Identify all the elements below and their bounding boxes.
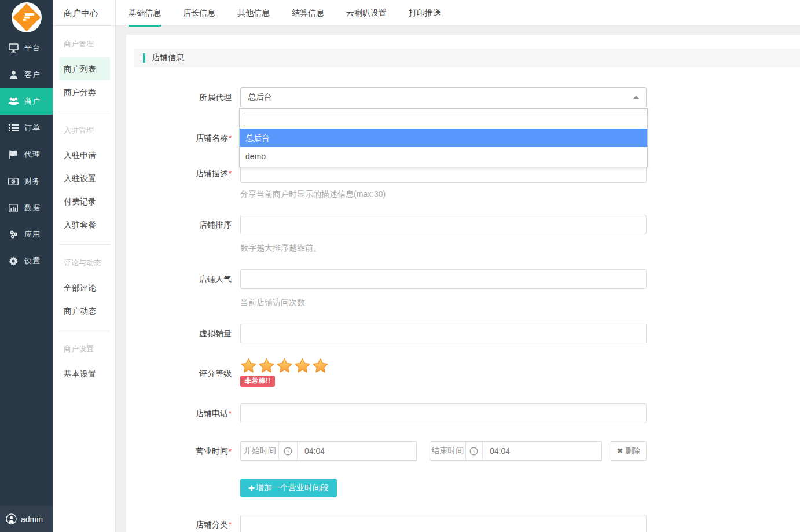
field-label-virtual-sales: 虚拟销量 xyxy=(126,324,232,343)
tab-other-info[interactable]: 其他信息 xyxy=(237,0,270,26)
user-name: admin xyxy=(21,515,43,524)
submenu-item-merchant-activity[interactable]: 商户动态 xyxy=(59,299,110,322)
virtual-sales-input[interactable] xyxy=(240,324,647,343)
submenu-item-payment-records[interactable]: 付费记录 xyxy=(59,190,110,213)
field-label-shop-phone: 店铺电话* xyxy=(126,403,232,423)
tab-manager-info[interactable]: 店长信息 xyxy=(183,0,215,26)
sidebar-item-platform[interactable]: 平台 xyxy=(0,35,53,61)
sidebar-item-finance[interactable]: 财务 xyxy=(0,168,53,195)
sidebar-item-settings[interactable]: 设置 xyxy=(0,248,53,274)
sidebar-item-merchants[interactable]: 商户 xyxy=(0,88,53,115)
sidebar-item-data[interactable]: 数据 xyxy=(0,195,53,221)
users-icon xyxy=(8,96,19,107)
tab-basic-info[interactable]: 基础信息 xyxy=(129,0,161,26)
shop-desc-hint: 分享当前商户时显示的描述信息(max:30) xyxy=(240,188,386,200)
tab-settlement-info[interactable]: 结算信息 xyxy=(292,0,324,26)
app-logo[interactable] xyxy=(0,0,53,35)
submenu-item-merchant-category[interactable]: 商户分类 xyxy=(59,80,110,104)
logo-circle-icon xyxy=(12,2,42,32)
agent-dropdown: 总后台 demo xyxy=(239,108,648,167)
submenu-title: 商户中心 xyxy=(53,0,115,26)
sidebar-item-label: 应用 xyxy=(24,229,41,240)
divider xyxy=(59,331,110,331)
chevron-up-icon xyxy=(633,96,639,99)
avatar-icon xyxy=(6,513,17,524)
divider xyxy=(59,244,110,245)
sidebar-item-agents[interactable]: 代理 xyxy=(0,141,53,168)
primary-nav: 平台 客户 商户 订单 代理 财务 xyxy=(0,35,53,274)
submenu-item-all-comments[interactable]: 全部评论 xyxy=(59,276,110,299)
end-time-group: 结束时间 xyxy=(430,441,602,461)
submenu-group-label: 商户管理 xyxy=(53,39,115,49)
star-icon xyxy=(276,358,293,375)
merchant-center-page: 平台 客户 商户 订单 代理 财务 xyxy=(0,0,800,532)
end-time-label: 结束时间 xyxy=(430,442,466,460)
dropdown-option-main[interactable]: 总后台 xyxy=(240,129,647,147)
sidebar-item-label: 平台 xyxy=(24,43,41,53)
field-label-shop-name: 店铺名称* xyxy=(126,128,232,148)
shop-sort-hint: 数字越大排序越靠前。 xyxy=(240,242,321,254)
submenu-item-entry-settings[interactable]: 入驻设置 xyxy=(59,167,110,190)
sidebar-item-customers[interactable]: 客户 xyxy=(0,61,53,88)
bar-chart-icon xyxy=(8,203,19,213)
submenu-item-merchant-list[interactable]: 商户列表 xyxy=(59,57,110,80)
submenu-group-label: 入驻管理 xyxy=(53,125,115,135)
gear-icon xyxy=(8,256,19,266)
sidebar-item-label: 代理 xyxy=(24,149,41,160)
list-icon xyxy=(8,123,19,133)
delete-time-button[interactable]: ✖ 删除 xyxy=(611,441,647,461)
shop-diamond-icon xyxy=(12,3,40,31)
star-icon xyxy=(240,358,257,375)
submenu-item-basic-settings[interactable]: 基本设置 xyxy=(59,362,110,386)
clock-icon xyxy=(466,442,483,460)
end-time-input[interactable] xyxy=(483,442,601,460)
star-icon xyxy=(312,358,329,375)
delete-button-label: 删除 xyxy=(625,446,640,456)
shop-phone-input[interactable] xyxy=(240,403,647,423)
dropdown-search-input[interactable] xyxy=(244,112,644,126)
add-time-slot-button[interactable]: ✚ 增加一个营业时间段 xyxy=(240,479,337,497)
star-icon xyxy=(258,358,275,375)
form-panel: 店铺信息 所属代理 总后台 店铺名称* 店铺描述* 分享当前商户时显示的描述信息… xyxy=(126,35,800,532)
field-label-shop-desc: 店铺描述* xyxy=(126,163,232,183)
agent-select-value: 总后台 xyxy=(248,92,633,102)
money-icon xyxy=(8,176,19,186)
primary-sidebar: 平台 客户 商户 订单 代理 财务 xyxy=(0,0,53,532)
current-user[interactable]: admin xyxy=(0,506,53,532)
tab-print-push[interactable]: 打印推送 xyxy=(409,0,441,26)
rating-stars[interactable] xyxy=(240,358,329,375)
sidebar-item-apps[interactable]: 应用 xyxy=(0,221,53,248)
shop-sort-input[interactable] xyxy=(240,215,647,234)
submenu-group-label: 评论与动态 xyxy=(53,258,115,268)
agent-select[interactable]: 总后台 xyxy=(240,87,647,107)
tab-bar: 基础信息 店长信息 其他信息 结算信息 云喇叭设置 打印推送 xyxy=(116,0,800,26)
field-label-agent: 所属代理 xyxy=(126,87,232,107)
flag-icon xyxy=(8,149,19,160)
field-label-rating: 评分等级 xyxy=(126,364,232,383)
start-time-input[interactable] xyxy=(298,442,416,460)
submenu-group-label: 商户设置 xyxy=(53,344,115,354)
field-label-shop-sort: 店铺排序 xyxy=(126,215,232,234)
sidebar-item-label: 财务 xyxy=(24,176,41,186)
star-icon xyxy=(294,358,311,375)
field-label-shop-popularity: 店铺人气 xyxy=(126,269,232,289)
sidebar-item-label: 订单 xyxy=(24,123,41,133)
close-icon: ✖ xyxy=(617,447,623,455)
plus-icon: ✚ xyxy=(248,484,255,493)
field-label-business-hours: 营业时间* xyxy=(126,441,232,461)
submenu-item-entry-package[interactable]: 入驻套餐 xyxy=(59,213,110,236)
sidebar-item-orders[interactable]: 订单 xyxy=(0,115,53,141)
start-time-label: 开始时间 xyxy=(241,442,279,460)
monitor-icon xyxy=(8,43,19,53)
shop-category-input[interactable] xyxy=(240,515,647,532)
divider xyxy=(59,112,110,112)
user-icon xyxy=(8,69,19,80)
section-accent-bar xyxy=(143,53,145,63)
shop-popularity-input[interactable] xyxy=(240,269,647,289)
dropdown-option-demo[interactable]: demo xyxy=(240,147,647,166)
field-label-shop-category: 店铺分类* xyxy=(126,515,232,532)
tab-cloud-speaker[interactable]: 云喇叭设置 xyxy=(346,0,387,26)
secondary-sidebar: 商户中心 商户管理 商户列表 商户分类 入驻管理 入驻申请 入驻设置 付费记录 … xyxy=(53,0,116,532)
shop-popularity-hint: 当前店铺访问次数 xyxy=(240,296,305,308)
submenu-item-entry-apply[interactable]: 入驻申请 xyxy=(59,144,110,167)
